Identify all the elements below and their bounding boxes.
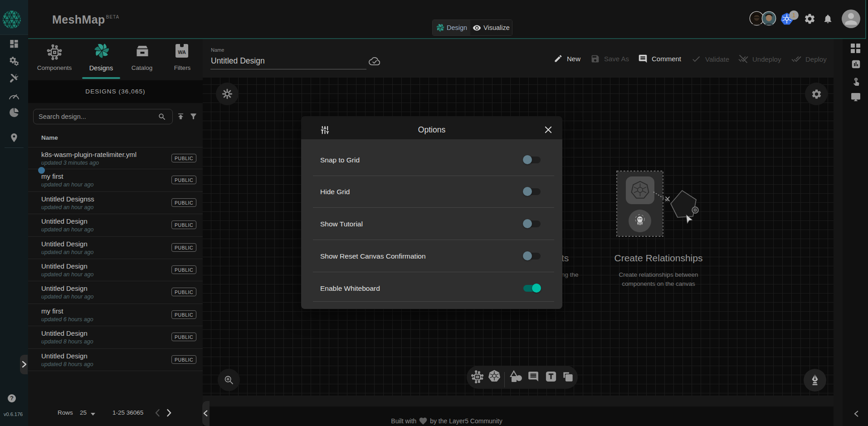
svg-text:WA: WA xyxy=(178,49,186,55)
